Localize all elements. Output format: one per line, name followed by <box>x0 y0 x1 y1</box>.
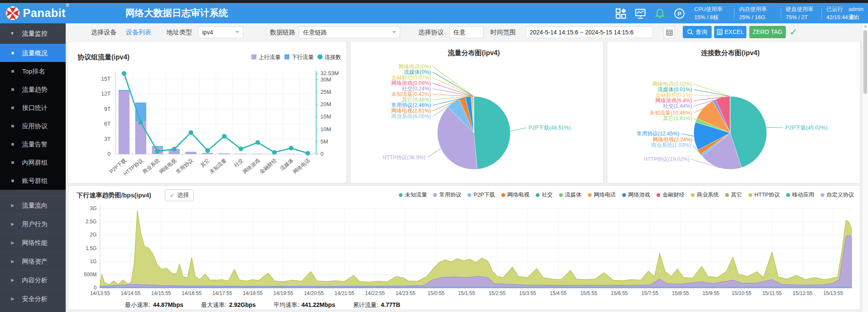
protocol-traffic-chart[interactable]: 协议组流量(ipv4)上行流量下行流量连接数03T6T9T12T15T05M10… <box>68 42 346 183</box>
sidebar-item-traffic-trend[interactable]: 流量趋势 <box>0 80 66 98</box>
x-axis-label: 15/11:55 <box>762 290 782 296</box>
bar-down[interactable] <box>202 153 213 153</box>
bullet-icon <box>11 70 14 73</box>
line-point[interactable] <box>289 146 293 150</box>
bar-up[interactable] <box>185 152 196 154</box>
apps-grid-icon[interactable] <box>615 8 626 19</box>
data-link-select[interactable]: 任意链路 <box>299 26 400 38</box>
data-link-label: 数据链路 <box>270 23 295 41</box>
sidebar-item-traffic-alert[interactable]: 流量告警 <box>0 135 66 153</box>
sidebar-item-top-ranking[interactable]: Top排名 <box>0 62 66 80</box>
bar-up[interactable] <box>252 154 263 154</box>
line-point[interactable] <box>189 130 193 135</box>
memory-usage-stat: 内存使用率25% / 16G <box>739 5 778 21</box>
time-range-input[interactable]: 2024-5-14 14:15:6 ~ 2024-5-15 14:15:6 <box>526 26 653 38</box>
sidebar-item-account-group[interactable]: 账号群组 <box>0 171 66 190</box>
x-axis-label: 14/23:55 <box>395 290 415 296</box>
pie-label: 其它(0.46%) <box>402 97 431 103</box>
x-axis-label: 网络电话 <box>292 157 311 175</box>
sidebar: ▼ 流量监控 流量概况 Top排名 流量趋势 接口统计 应用协议 流量告警 内网… <box>0 23 66 312</box>
sidebar-item-traffic-overview[interactable]: 流量概况 <box>0 44 66 62</box>
line-point[interactable] <box>139 120 143 125</box>
legend-label[interactable]: 连接数 <box>325 54 341 60</box>
logout-link[interactable]: 退出 <box>849 13 867 21</box>
pie-label: 未知流量(0.42%) <box>391 91 431 97</box>
line-point[interactable] <box>122 71 126 76</box>
line-point[interactable] <box>272 150 277 155</box>
traffic-distribution-pie-chart[interactable]: 流量分布图(ipv4)P2P下载(48.51%)HTTP协议(38.9%)商业系… <box>351 42 603 183</box>
sidebar-group-security-analysis[interactable]: ▶安全分析 <box>0 289 66 308</box>
sidebar-group-traffic-monitor[interactable]: ▼ 流量监控 <box>0 23 66 44</box>
pie-label: 常用协议(12.45%) <box>637 131 679 137</box>
summary-stat: 最小速率:44.87Mbps <box>125 301 183 309</box>
bar-up[interactable] <box>135 121 146 154</box>
bar-down[interactable] <box>185 152 196 152</box>
x-axis-label: 金融财经 <box>258 157 278 175</box>
pie-label: 社交(0.24%) <box>401 86 431 92</box>
protocol-input[interactable]: 任意 <box>449 26 484 38</box>
sidebar-group-network-performance[interactable]: ▶网络性能 <box>0 233 66 252</box>
downlink-trend-chart[interactable]: 0500M1G1.5G2G2.5G3G14/13:5514/14:5514/15… <box>68 186 860 309</box>
dashboard-board-icon[interactable] <box>635 8 646 19</box>
connection-distribution-pie-chart[interactable]: 连接数分布图(ipv4)P2P下载(45.02%)HTTP协议(19.02%)商… <box>607 42 860 183</box>
legend-label[interactable]: 上行流量 <box>259 54 281 60</box>
bar-down[interactable] <box>152 146 163 147</box>
bar-down[interactable] <box>119 90 130 91</box>
calendar-picker-button[interactable] <box>663 26 675 38</box>
zero-tag-button[interactable]: ZERO TAG <box>749 26 786 38</box>
query-button[interactable]: 查询 <box>683 26 712 38</box>
bar-up[interactable] <box>236 154 247 154</box>
vertical-scrollbar[interactable]: ▲ <box>862 23 868 312</box>
line-point[interactable] <box>172 147 176 152</box>
legend-label[interactable]: 下行流量 <box>292 54 314 60</box>
sidebar-item-intranet-group[interactable]: 内网群组 <box>0 153 66 171</box>
sidebar-item-interface-stats[interactable]: 接口统计 <box>0 98 66 117</box>
bar-up[interactable] <box>202 153 213 154</box>
header-divider <box>781 7 781 19</box>
sidebar-group-content-analysis[interactable]: ▶内容分析 <box>0 270 66 289</box>
line-point[interactable] <box>155 149 160 153</box>
x-axis-label: 15/6:55 <box>611 290 628 296</box>
pie-label: 网络电话(0%) <box>399 64 431 70</box>
brand-name: Panabit <box>23 7 66 20</box>
excel-export-button[interactable]: EXCEL <box>714 26 746 38</box>
brand-logo: Panabit® <box>5 6 69 21</box>
x-axis-label: 15/13:55 <box>823 290 843 296</box>
calendar-icon <box>666 29 673 36</box>
pie-slice-P2P下载[interactable] <box>474 96 510 169</box>
line-point[interactable] <box>205 148 210 153</box>
svg-text:0: 0 <box>94 285 97 291</box>
scrollbar-up-arrow[interactable]: ▲ <box>862 23 868 29</box>
line-point[interactable] <box>239 146 243 151</box>
legend-marker[interactable] <box>284 54 289 59</box>
label-leader-line <box>766 127 783 128</box>
bar-up[interactable] <box>119 91 130 154</box>
summary-stat: 平均速率:441.22Mbps <box>273 301 335 309</box>
panabit-pinwheel-icon <box>5 6 20 21</box>
sidebar-item-app-protocol[interactable]: 应用协议 <box>0 117 66 135</box>
sidebar-group-network-assets[interactable]: ▶网络资产 <box>0 252 66 270</box>
legend-marker[interactable] <box>251 54 256 59</box>
device-list-link[interactable]: 设备列表 <box>126 23 151 41</box>
bar-down[interactable] <box>219 153 230 154</box>
pie-label: 常用协议(2.46%) <box>391 102 431 108</box>
area-series-HTTP协议 <box>100 211 851 288</box>
svg-text:3T: 3T <box>104 136 111 142</box>
bullet-icon <box>11 52 14 54</box>
sidebar-group-user-behavior[interactable]: ▶用户行为 <box>0 214 66 233</box>
bar-up[interactable] <box>219 154 230 154</box>
sidebar-group-traffic-flow[interactable]: ▶流量流向 <box>0 196 66 214</box>
line-point[interactable] <box>256 140 260 145</box>
svg-text:20M: 20M <box>320 101 331 107</box>
zero-tag-check-icon[interactable]: ✓ <box>790 27 797 38</box>
line-point[interactable] <box>222 134 227 138</box>
line-point[interactable] <box>306 151 310 155</box>
legend-marker[interactable] <box>317 54 323 59</box>
x-axis-label: 社交 <box>232 157 244 169</box>
profile-p-icon[interactable]: P <box>674 8 685 19</box>
address-type-select[interactable]: ipv4 <box>198 26 243 38</box>
scrollbar-thumb[interactable] <box>863 30 867 94</box>
username: admin <box>849 5 867 13</box>
notification-bell-icon[interactable] <box>654 8 665 19</box>
svg-text:0: 0 <box>320 151 323 157</box>
